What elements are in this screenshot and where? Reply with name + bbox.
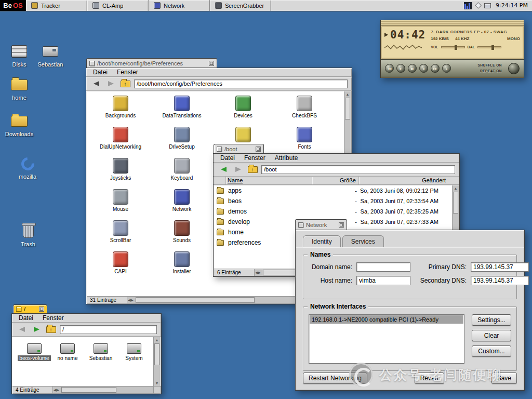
scroll-thumb[interactable] <box>61 387 116 393</box>
desktop-icon-sebastian[interactable]: Sebastian <box>34 43 66 68</box>
track-title[interactable]: 7. DARK CORNERS EP - 07 - SWAG <box>431 30 520 34</box>
up-button[interactable] <box>247 165 258 174</box>
preferences-window-tab[interactable]: /boot/home/config/be/Preferences <box>86 58 217 68</box>
forward-button[interactable] <box>31 325 42 334</box>
menu-item[interactable]: Datei <box>88 69 112 76</box>
back-button[interactable] <box>16 325 28 334</box>
pref-item[interactable]: CheckBFS <box>274 96 335 127</box>
balance-slider[interactable] <box>477 46 501 48</box>
domain-name-field[interactable] <box>356 262 410 272</box>
custom-button[interactable]: Custom... <box>472 345 511 357</box>
taskbar-app-tab[interactable]: CL-Amp <box>87 0 149 11</box>
back-button[interactable] <box>218 165 229 174</box>
pref-item[interactable]: Network <box>151 189 212 220</box>
column-header-modified[interactable]: Geändert <box>359 177 459 184</box>
pref-item[interactable]: DriveSetup <box>151 127 212 158</box>
pref-item[interactable]: CAPI <box>90 251 151 283</box>
menu-item[interactable]: Fenster <box>38 314 69 322</box>
pref-item[interactable]: Keyboard <box>151 158 212 189</box>
zoom-box[interactable] <box>209 61 214 66</box>
file-row[interactable]: apps - So, 2003 Juni 08, 09:02:12 PM <box>214 185 452 196</box>
volume-item[interactable]: Sebastian <box>84 343 117 361</box>
volume-item[interactable]: no name <box>51 343 84 361</box>
clear-button[interactable]: Clear <box>472 330 511 341</box>
menu-item[interactable]: Datei <box>14 314 38 322</box>
scroll-thumb[interactable] <box>453 192 458 214</box>
forward-button[interactable] <box>105 79 116 88</box>
vertical-scrollbar[interactable]: ▲▼ <box>153 337 160 386</box>
scroll-thumb[interactable] <box>154 343 159 365</box>
boot-window-tab[interactable]: /boot <box>214 144 264 153</box>
up-button[interactable] <box>45 325 57 334</box>
previous-track-button[interactable] <box>385 64 394 73</box>
pref-item[interactable]: Sounds <box>151 220 212 251</box>
pref-item[interactable]: DataTranslations <box>151 96 212 127</box>
eject-button[interactable] <box>442 64 451 73</box>
tray-mount-icon[interactable] <box>475 2 482 9</box>
column-header-name[interactable]: Name <box>226 177 312 184</box>
secondary-dns-field[interactable] <box>471 276 529 285</box>
close-box[interactable] <box>298 222 303 228</box>
close-box[interactable] <box>217 147 222 152</box>
desktop-icon-home[interactable]: home <box>4 76 34 101</box>
repeat-toggle[interactable]: REPEAT ON <box>477 69 502 74</box>
volume-knob[interactable] <box>508 63 520 74</box>
forward-button[interactable] <box>232 165 244 174</box>
menu-item[interactable]: Datei <box>216 154 240 162</box>
host-name-field[interactable] <box>356 276 410 285</box>
volume-item[interactable]: beos-volume <box>18 343 51 361</box>
zoom-box[interactable] <box>339 222 344 228</box>
file-row[interactable]: beos - Sa, 2003 Juni 07, 02:33:54 AM <box>214 196 452 206</box>
up-button[interactable] <box>119 79 131 88</box>
interfaces-list[interactable]: 192.168.0.1->NE2000 compatible PCI (1)->… <box>309 314 464 364</box>
clamp-titlebar[interactable] <box>381 20 524 26</box>
pref-item[interactable]: Mouse <box>90 189 151 220</box>
clock[interactable]: 9:24:14 PM <box>495 2 528 9</box>
taskbar-app-tab[interactable]: Network <box>149 0 210 11</box>
taskbar-app-tab[interactable]: Tracker <box>26 0 87 11</box>
pref-item[interactable]: ScrollBar <box>90 220 151 251</box>
path-field[interactable] <box>60 325 157 334</box>
close-box[interactable] <box>16 307 21 312</box>
scroll-thumb[interactable] <box>136 297 255 303</box>
close-box[interactable] <box>89 61 95 66</box>
cpu-monitor-icon[interactable] <box>464 2 472 9</box>
slider-thumb[interactable] <box>491 45 494 50</box>
primary-dns-field[interactable] <box>471 262 529 272</box>
next-track-button[interactable] <box>431 64 440 73</box>
pause-button[interactable] <box>408 64 417 73</box>
menu-item[interactable]: Attribute <box>270 154 303 162</box>
menu-item[interactable]: Fenster <box>112 69 143 76</box>
network-window-tab[interactable]: Network <box>295 219 347 230</box>
scroll-thumb[interactable] <box>345 98 350 119</box>
desktop-icon-disks[interactable]: Disks <box>4 43 34 68</box>
interface-item[interactable]: 192.168.0.1->NE2000 compatible PCI (1)->… <box>310 315 463 324</box>
shuffle-toggle[interactable]: SHUFFLE ON <box>477 63 502 68</box>
back-button[interactable] <box>90 79 102 88</box>
column-header-size[interactable]: Größe <box>312 177 359 184</box>
volume-slider[interactable] <box>441 46 465 48</box>
desktop-icon-trash[interactable]: Trash <box>12 222 44 247</box>
horizontal-scrollbar[interactable] <box>53 387 153 393</box>
settings-button[interactable]: Settings... <box>472 314 511 326</box>
taskbar-app-tab[interactable]: ScreenGrabber <box>210 0 271 11</box>
root-window-tab[interactable]: / <box>13 304 47 313</box>
time-display[interactable]: 04:42 <box>390 29 425 41</box>
beos-logo-button[interactable]: BeOS <box>0 0 26 11</box>
zoom-box[interactable] <box>39 307 44 312</box>
tab-identity[interactable]: Identity <box>303 235 341 247</box>
desktop-icon-mozilla[interactable]: mozilla <box>11 155 44 180</box>
pref-item[interactable]: Installer <box>151 251 212 283</box>
pref-item[interactable]: Backgrounds <box>90 96 151 127</box>
zoom-box[interactable] <box>256 147 261 152</box>
stop-button[interactable] <box>419 64 428 73</box>
pref-item[interactable]: Devices <box>212 96 274 127</box>
volume-item[interactable]: System <box>117 343 151 361</box>
desktop-icon-downloads[interactable]: Downloads <box>2 112 36 137</box>
path-field[interactable] <box>261 165 455 174</box>
tab-services[interactable]: Services <box>342 235 384 247</box>
tray-disk-icon[interactable] <box>484 3 491 8</box>
play-button[interactable] <box>396 64 405 73</box>
slider-thumb[interactable] <box>455 45 457 50</box>
menu-item[interactable]: Fenster <box>240 154 270 162</box>
